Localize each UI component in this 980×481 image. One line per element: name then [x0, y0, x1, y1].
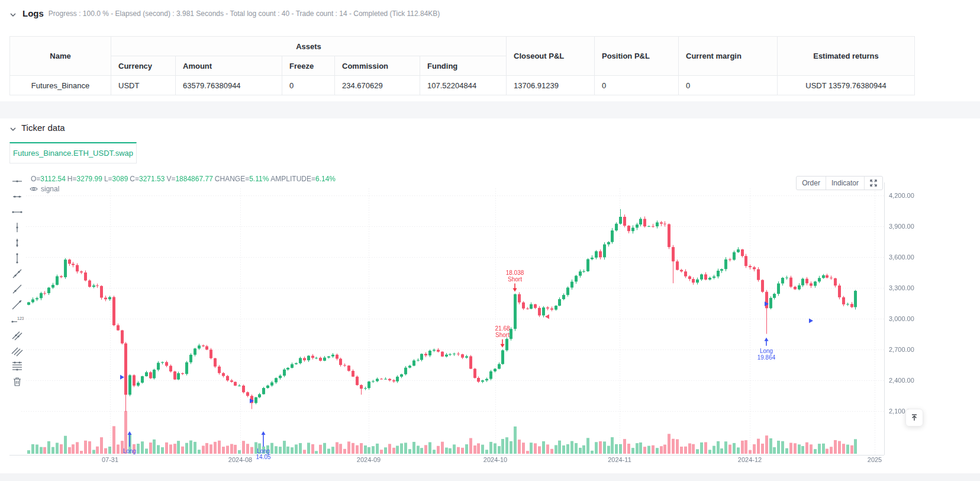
legend-value: 5.11%: [249, 175, 269, 183]
fullscreen-icon: [870, 179, 877, 187]
section-divider: [0, 101, 980, 118]
cell-name: Futures_Binance: [10, 76, 111, 95]
tool-horizontal-ray-icon[interactable]: [10, 205, 24, 219]
ticker-title: Ticker data: [21, 123, 65, 133]
ticker-header: Ticker data: [9, 123, 65, 133]
candlestick-chart[interactable]: [9, 171, 921, 468]
tool-horizontal-line-icon[interactable]: [10, 174, 24, 188]
tool-trend-line-icon[interactable]: [10, 297, 24, 312]
cell-currency: USDT: [111, 76, 176, 95]
chart-actions: Order Indicator: [796, 176, 883, 190]
legend-value: 3271.53: [139, 175, 165, 183]
collapse-chevron-icon[interactable]: [9, 124, 17, 132]
fullscreen-button[interactable]: [865, 177, 882, 190]
legend-label: CHANGE=: [215, 175, 249, 183]
legend-label: V=: [166, 175, 175, 183]
col-header-name: Name: [10, 37, 111, 76]
indicator-button[interactable]: Indicator: [826, 177, 864, 190]
cell-amount: 63579.76380944: [176, 76, 282, 95]
legend-label: C=: [130, 175, 139, 183]
tab-ticker-symbol[interactable]: Futures_Binance.ETH_USDT.swap: [9, 142, 137, 163]
col-header-current-margin: Current margin: [679, 37, 778, 76]
col-header-assets: Assets: [111, 37, 507, 56]
col-header-closeout-pnl: Closeout P&L: [507, 37, 595, 76]
assets-table: Name Assets Closeout P&L Position P&L Cu…: [9, 36, 915, 95]
tool-trend-segment-icon[interactable]: [10, 267, 24, 281]
order-button[interactable]: Order: [797, 177, 826, 190]
legend-label: O=: [31, 175, 40, 183]
tool-parallel-channel-icon[interactable]: [10, 344, 24, 358]
cell-estimated-returns: USDT 13579.76380944: [778, 76, 915, 95]
logs-summary: Progress : 100.0 % - Elapsed (second) : …: [49, 9, 440, 18]
legend-value: 1884867.77: [175, 175, 212, 183]
tool-vertical-segment-icon[interactable]: [10, 236, 24, 250]
cell-position-pnl: 0: [595, 76, 679, 95]
legend-value: 6.14%: [315, 175, 336, 183]
bottom-band: [0, 473, 980, 481]
backtest-panel: Logs Progress : 100.0 % - Elapsed (secon…: [0, 0, 980, 481]
col-header-amount: Amount: [176, 56, 282, 76]
signal-label: signal: [41, 185, 59, 193]
cell-current-margin: 0: [679, 76, 778, 95]
cell-closeout-pnl: 13706.91239: [507, 76, 595, 95]
tool-vertical-line-icon[interactable]: [10, 220, 24, 235]
cell-freeze: 0: [282, 76, 335, 95]
legend-value: 3089: [112, 175, 128, 183]
col-header-position-pnl: Position P&L: [595, 37, 679, 76]
eye-icon[interactable]: [30, 185, 38, 193]
logs-header: Logs Progress : 100.0 % - Elapsed (secon…: [9, 8, 440, 18]
tool-fibonacci-lines-icon[interactable]: [10, 359, 24, 373]
legend-label: L=: [104, 175, 112, 183]
cell-commission: 234.670629: [335, 76, 420, 95]
table-row: Futures_Binance USDT 63579.76380944 0 23…: [10, 76, 915, 95]
legend-label: H=: [67, 175, 77, 183]
legend-value: 3279.99: [77, 175, 102, 183]
tool-delete-icon[interactable]: [10, 374, 24, 389]
cell-funding: 107.52204844: [420, 76, 507, 95]
logs-title: Logs: [22, 8, 44, 18]
col-header-commission: Commission: [335, 56, 420, 76]
tool-parallel-lines-icon[interactable]: [10, 328, 24, 342]
collapse-chevron-icon[interactable]: [9, 10, 17, 17]
legend-value: 3112.54: [40, 175, 66, 183]
tool-vertical-ray-icon[interactable]: [10, 251, 24, 265]
ohlc-legend: O=3112.54H=3279.99L=3089C=3271.53V=18848…: [31, 175, 337, 183]
col-header-funding: Funding: [420, 56, 507, 76]
tool-price-line-icon[interactable]: 123: [10, 313, 24, 327]
tool-horizontal-segment-icon[interactable]: [10, 190, 24, 204]
arrow-up-icon: [910, 413, 918, 422]
col-header-freeze: Freeze: [282, 56, 335, 76]
tool-trend-ray-icon[interactable]: [10, 282, 24, 296]
signal-indicator-row: signal: [30, 185, 59, 193]
chart-container: 123 O=3112.54H=3279.99L=3089C=3271.53V=1…: [0, 171, 980, 468]
drawing-toolbar: 123: [9, 174, 25, 390]
legend-label: AMPLITUDE=: [270, 175, 315, 183]
scroll-to-top-button[interactable]: [905, 409, 923, 427]
col-header-currency: Currency: [111, 56, 176, 76]
col-header-estimated-returns: Estimated returns: [778, 37, 915, 76]
svg-text:123: 123: [17, 316, 24, 320]
